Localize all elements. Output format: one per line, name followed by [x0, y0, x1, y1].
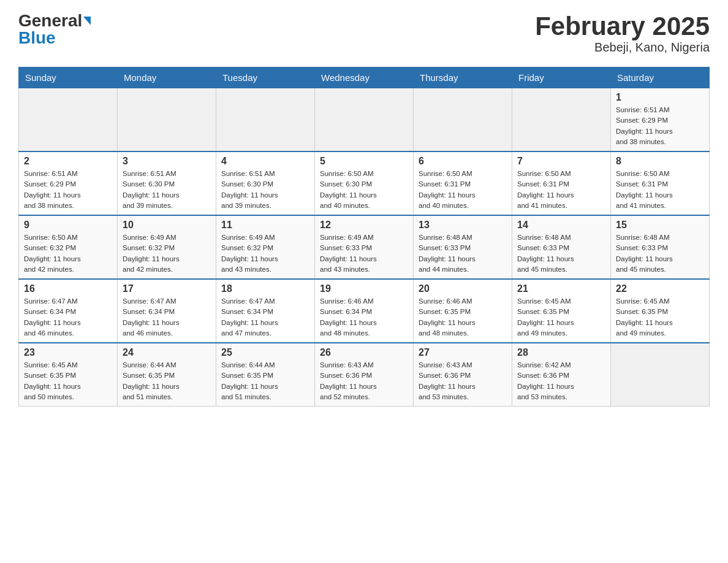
- day-cell-w2d2: 3Sunrise: 6:51 AM Sunset: 6:30 PM Daylig…: [118, 151, 216, 215]
- day-cell-w4d6: 21Sunrise: 6:45 AM Sunset: 6:35 PM Dayli…: [512, 279, 611, 343]
- day-cell-w2d1: 2Sunrise: 6:51 AM Sunset: 6:29 PM Daylig…: [19, 151, 118, 215]
- day-number: 2: [24, 156, 112, 167]
- week-row-4: 16Sunrise: 6:47 AM Sunset: 6:34 PM Dayli…: [19, 279, 710, 343]
- page-header: General Blue February 2025 Bebeji, Kano,…: [18, 12, 710, 55]
- week-row-2: 2Sunrise: 6:51 AM Sunset: 6:29 PM Daylig…: [19, 151, 710, 215]
- calendar-table: Sunday Monday Tuesday Wednesday Thursday…: [18, 67, 710, 407]
- logo-arrow-icon: [83, 17, 91, 25]
- day-cell-w3d2: 10Sunrise: 6:49 AM Sunset: 6:32 PM Dayli…: [118, 215, 216, 279]
- day-cell-w5d5: 27Sunrise: 6:43 AM Sunset: 6:36 PM Dayli…: [414, 343, 512, 407]
- day-cell-w3d5: 13Sunrise: 6:48 AM Sunset: 6:33 PM Dayli…: [414, 215, 512, 279]
- day-number: 23: [24, 347, 112, 358]
- day-number: 28: [517, 347, 605, 358]
- day-info: Sunrise: 6:43 AM Sunset: 6:36 PM Dayligh…: [419, 360, 507, 402]
- day-cell-w5d6: 28Sunrise: 6:42 AM Sunset: 6:36 PM Dayli…: [512, 343, 611, 407]
- calendar-subtitle: Bebeji, Kano, Nigeria: [535, 40, 710, 55]
- day-number: 15: [616, 220, 704, 231]
- day-number: 7: [517, 156, 605, 167]
- day-number: 1: [616, 92, 704, 103]
- day-cell-w1d7: 1Sunrise: 6:51 AM Sunset: 6:29 PM Daylig…: [611, 88, 710, 152]
- day-info: Sunrise: 6:51 AM Sunset: 6:30 PM Dayligh…: [221, 169, 309, 211]
- day-cell-w1d4: [315, 88, 414, 152]
- day-number: 4: [221, 156, 309, 167]
- col-thursday: Thursday: [414, 67, 512, 88]
- day-info: Sunrise: 6:51 AM Sunset: 6:29 PM Dayligh…: [24, 169, 112, 211]
- logo-general-text: General: [18, 12, 82, 29]
- day-cell-w5d2: 24Sunrise: 6:44 AM Sunset: 6:35 PM Dayli…: [118, 343, 216, 407]
- day-cell-w4d1: 16Sunrise: 6:47 AM Sunset: 6:34 PM Dayli…: [19, 279, 118, 343]
- day-info: Sunrise: 6:46 AM Sunset: 6:35 PM Dayligh…: [419, 296, 507, 339]
- day-info: Sunrise: 6:44 AM Sunset: 6:35 PM Dayligh…: [123, 360, 211, 402]
- day-info: Sunrise: 6:48 AM Sunset: 6:33 PM Dayligh…: [419, 232, 507, 275]
- day-info: Sunrise: 6:50 AM Sunset: 6:31 PM Dayligh…: [419, 169, 507, 211]
- day-info: Sunrise: 6:47 AM Sunset: 6:34 PM Dayligh…: [24, 296, 112, 339]
- day-cell-w1d6: [512, 88, 611, 152]
- day-info: Sunrise: 6:50 AM Sunset: 6:32 PM Dayligh…: [24, 232, 112, 275]
- col-tuesday: Tuesday: [216, 67, 315, 88]
- day-cell-w2d5: 6Sunrise: 6:50 AM Sunset: 6:31 PM Daylig…: [414, 151, 512, 215]
- day-cell-w2d6: 7Sunrise: 6:50 AM Sunset: 6:31 PM Daylig…: [512, 151, 611, 215]
- day-number: 22: [616, 283, 704, 294]
- day-number: 19: [320, 283, 408, 294]
- day-number: 8: [616, 156, 704, 167]
- logo-blue-text: Blue: [18, 29, 56, 47]
- day-cell-w2d7: 8Sunrise: 6:50 AM Sunset: 6:31 PM Daylig…: [611, 151, 710, 215]
- day-number: 9: [24, 220, 112, 231]
- day-info: Sunrise: 6:45 AM Sunset: 6:35 PM Dayligh…: [24, 360, 112, 402]
- day-cell-w1d1: [19, 88, 118, 152]
- day-info: Sunrise: 6:49 AM Sunset: 6:32 PM Dayligh…: [221, 232, 309, 275]
- col-wednesday: Wednesday: [315, 67, 414, 88]
- day-cell-w4d4: 19Sunrise: 6:46 AM Sunset: 6:34 PM Dayli…: [315, 279, 414, 343]
- day-number: 6: [419, 156, 507, 167]
- col-saturday: Saturday: [611, 67, 710, 88]
- day-number: 12: [320, 220, 408, 231]
- day-info: Sunrise: 6:48 AM Sunset: 6:33 PM Dayligh…: [517, 232, 605, 275]
- day-cell-w5d4: 26Sunrise: 6:43 AM Sunset: 6:36 PM Dayli…: [315, 343, 414, 407]
- logo: General Blue: [18, 12, 91, 47]
- day-info: Sunrise: 6:45 AM Sunset: 6:35 PM Dayligh…: [616, 296, 704, 339]
- day-cell-w1d3: [216, 88, 315, 152]
- day-info: Sunrise: 6:49 AM Sunset: 6:32 PM Dayligh…: [123, 232, 211, 275]
- calendar-body: 1Sunrise: 6:51 AM Sunset: 6:29 PM Daylig…: [19, 88, 710, 407]
- day-info: Sunrise: 6:47 AM Sunset: 6:34 PM Dayligh…: [123, 296, 211, 339]
- week-row-1: 1Sunrise: 6:51 AM Sunset: 6:29 PM Daylig…: [19, 88, 710, 152]
- day-number: 16: [24, 283, 112, 294]
- day-info: Sunrise: 6:47 AM Sunset: 6:34 PM Dayligh…: [221, 296, 309, 339]
- day-cell-w3d1: 9Sunrise: 6:50 AM Sunset: 6:32 PM Daylig…: [19, 215, 118, 279]
- day-info: Sunrise: 6:42 AM Sunset: 6:36 PM Dayligh…: [517, 360, 605, 402]
- day-info: Sunrise: 6:45 AM Sunset: 6:35 PM Dayligh…: [517, 296, 605, 339]
- day-cell-w4d3: 18Sunrise: 6:47 AM Sunset: 6:34 PM Dayli…: [216, 279, 315, 343]
- day-cell-w5d7: [611, 343, 710, 407]
- day-number: 27: [419, 347, 507, 358]
- day-cell-w1d5: [414, 88, 512, 152]
- day-number: 3: [123, 156, 211, 167]
- day-number: 14: [517, 220, 605, 231]
- calendar-header: Sunday Monday Tuesday Wednesday Thursday…: [19, 67, 710, 88]
- day-info: Sunrise: 6:48 AM Sunset: 6:33 PM Dayligh…: [616, 232, 704, 275]
- day-cell-w4d2: 17Sunrise: 6:47 AM Sunset: 6:34 PM Dayli…: [118, 279, 216, 343]
- day-info: Sunrise: 6:51 AM Sunset: 6:30 PM Dayligh…: [123, 169, 211, 211]
- day-cell-w5d3: 25Sunrise: 6:44 AM Sunset: 6:35 PM Dayli…: [216, 343, 315, 407]
- day-info: Sunrise: 6:50 AM Sunset: 6:31 PM Dayligh…: [616, 169, 704, 211]
- day-number: 26: [320, 347, 408, 358]
- day-info: Sunrise: 6:46 AM Sunset: 6:34 PM Dayligh…: [320, 296, 408, 339]
- day-info: Sunrise: 6:50 AM Sunset: 6:31 PM Dayligh…: [517, 169, 605, 211]
- day-cell-w1d2: [118, 88, 216, 152]
- calendar-title: February 2025: [535, 12, 710, 40]
- day-info: Sunrise: 6:50 AM Sunset: 6:30 PM Dayligh…: [320, 169, 408, 211]
- day-cell-w4d7: 22Sunrise: 6:45 AM Sunset: 6:35 PM Dayli…: [611, 279, 710, 343]
- day-cell-w2d3: 4Sunrise: 6:51 AM Sunset: 6:30 PM Daylig…: [216, 151, 315, 215]
- day-number: 25: [221, 347, 309, 358]
- day-number: 13: [419, 220, 507, 231]
- day-cell-w2d4: 5Sunrise: 6:50 AM Sunset: 6:30 PM Daylig…: [315, 151, 414, 215]
- week-row-5: 23Sunrise: 6:45 AM Sunset: 6:35 PM Dayli…: [19, 343, 710, 407]
- day-cell-w5d1: 23Sunrise: 6:45 AM Sunset: 6:35 PM Dayli…: [19, 343, 118, 407]
- day-info: Sunrise: 6:51 AM Sunset: 6:29 PM Dayligh…: [616, 105, 704, 147]
- day-info: Sunrise: 6:43 AM Sunset: 6:36 PM Dayligh…: [320, 360, 408, 402]
- day-info: Sunrise: 6:44 AM Sunset: 6:35 PM Dayligh…: [221, 360, 309, 402]
- day-info: Sunrise: 6:49 AM Sunset: 6:33 PM Dayligh…: [320, 232, 408, 275]
- day-cell-w3d7: 15Sunrise: 6:48 AM Sunset: 6:33 PM Dayli…: [611, 215, 710, 279]
- day-number: 24: [123, 347, 211, 358]
- col-sunday: Sunday: [19, 67, 118, 88]
- day-number: 11: [221, 220, 309, 231]
